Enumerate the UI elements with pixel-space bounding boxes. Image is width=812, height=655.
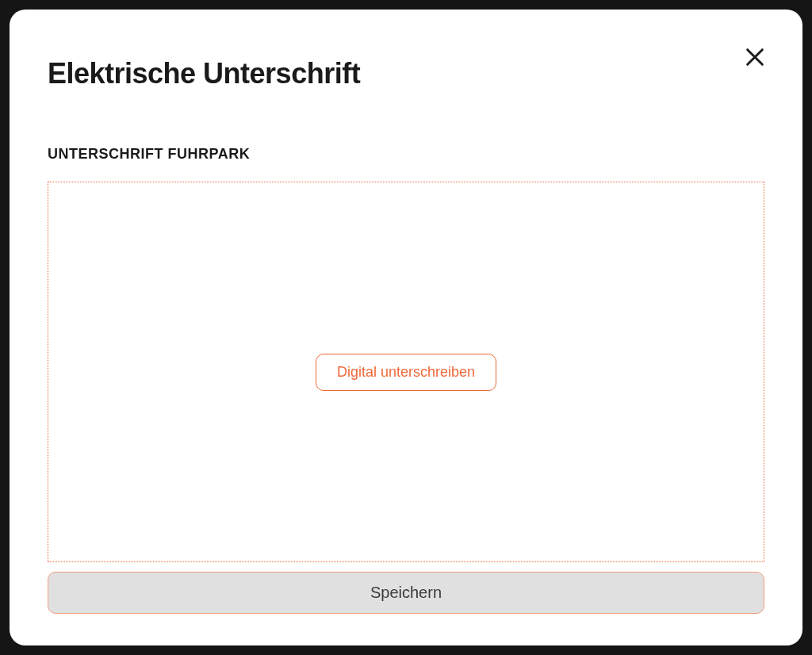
modal-overlay: Elektrische Unterschrift UNTERSCHRIFT FU… [0,0,812,655]
digital-sign-button[interactable]: Digital unterschreiben [316,354,496,391]
save-button[interactable]: Speichern [48,572,764,614]
close-icon [744,46,766,68]
signature-section-label: UNTERSCHRIFT FUHRPARK [48,146,764,163]
signature-modal: Elektrische Unterschrift UNTERSCHRIFT FU… [10,10,802,645]
close-button[interactable] [737,40,772,75]
modal-title: Elektrische Unterschrift [48,57,764,90]
signature-pad-area[interactable]: Digital unterschreiben [48,182,764,562]
